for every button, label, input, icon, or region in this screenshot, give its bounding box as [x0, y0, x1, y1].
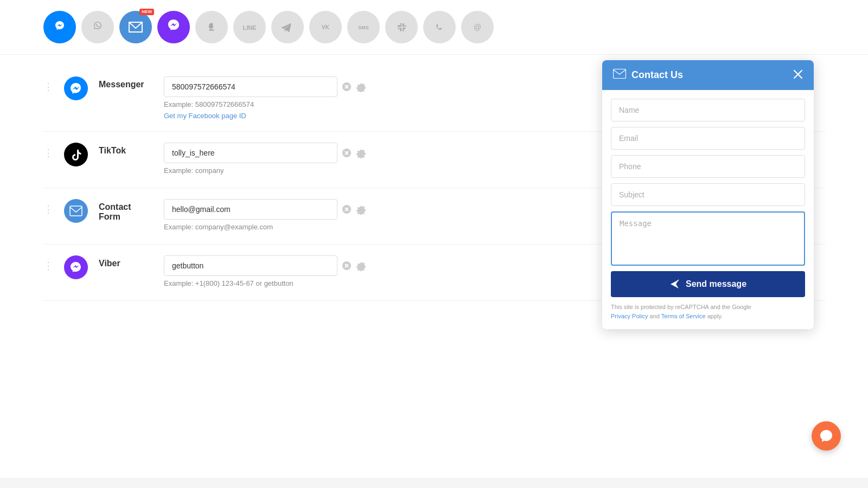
- messenger-icon: [52, 18, 67, 36]
- messenger-settings-button[interactable]: [356, 81, 367, 92]
- and-text: and: [650, 313, 660, 319]
- drag-handle-viber[interactable]: ⋮: [43, 255, 53, 272]
- channel-icon-line[interactable]: LINE: [233, 11, 266, 43]
- channel-icon-viber[interactable]: [157, 11, 190, 43]
- channel-icon-vk[interactable]: VK: [309, 11, 342, 43]
- panel-message-textarea[interactable]: [611, 211, 805, 266]
- viber-settings-button[interactable]: [356, 260, 367, 271]
- terms-of-service-link[interactable]: Terms of Service: [661, 313, 706, 319]
- top-channel-bar: NEW LINE VK: [0, 0, 868, 55]
- main-content: ⋮ Messenger: [0, 55, 868, 478]
- svg-text:@: @: [474, 23, 481, 31]
- svg-text:SMS: SMS: [358, 25, 369, 30]
- panel-name-input[interactable]: [611, 99, 805, 121]
- viber-icon: [167, 18, 181, 36]
- channel-icon-snapchat[interactable]: [195, 11, 228, 43]
- channel-icon-email-at[interactable]: @: [461, 11, 494, 43]
- floating-chat-button[interactable]: [812, 421, 841, 451]
- panel-subject-input[interactable]: [611, 183, 805, 206]
- panel-phone-input[interactable]: [611, 155, 805, 178]
- channel-icon-slack[interactable]: [385, 11, 418, 43]
- panel-email-input[interactable]: [611, 127, 805, 150]
- row-icon-tiktok: [64, 143, 88, 166]
- contact-us-panel: Contact Us Send message This: [602, 60, 814, 329]
- svg-point-0: [52, 18, 67, 33]
- svg-text:VK: VK: [322, 24, 330, 30]
- svg-point-11: [394, 20, 409, 35]
- new-badge: NEW: [139, 9, 154, 15]
- contact-form-settings-button[interactable]: [356, 204, 367, 215]
- row-icon-contact-form: [64, 199, 88, 223]
- messenger-label: Messenger: [99, 80, 153, 89]
- messenger-input[interactable]: [164, 76, 337, 97]
- drag-handle-contact-form[interactable]: ⋮: [43, 199, 53, 215]
- channel-icon-messenger[interactable]: [43, 11, 76, 43]
- recaptcha-text: This site is protected by reCAPTCHA and …: [611, 304, 751, 310]
- channel-icon-phone[interactable]: [423, 11, 456, 43]
- contact-form-label: Contact Form: [99, 202, 153, 222]
- contact-form-input[interactable]: [164, 199, 337, 220]
- svg-text:LINE: LINE: [242, 24, 256, 31]
- recaptcha-notice: This site is protected by reCAPTCHA and …: [611, 303, 805, 320]
- send-message-button[interactable]: Send message: [611, 271, 805, 297]
- messenger-clear-button[interactable]: [342, 82, 352, 92]
- drag-handle-tiktok[interactable]: ⋮: [43, 143, 53, 159]
- channel-icon-email[interactable]: NEW: [119, 11, 152, 43]
- privacy-policy-link[interactable]: Privacy Policy: [611, 313, 648, 319]
- channel-icon-telegram[interactable]: [271, 11, 304, 43]
- send-button-label: Send message: [686, 279, 746, 289]
- row-icon-viber: [64, 255, 88, 279]
- channel-icon-sms[interactable]: SMS: [347, 11, 380, 43]
- channel-icon-whatsapp[interactable]: [81, 11, 114, 43]
- messenger-facebook-link[interactable]: Get my Facebook page ID: [164, 112, 246, 120]
- svg-rect-17: [70, 206, 82, 216]
- viber-label: Viber: [99, 259, 153, 268]
- panel-title: Contact Us: [631, 69, 683, 81]
- svg-point-1: [90, 18, 105, 33]
- tiktok-clear-button[interactable]: [342, 148, 352, 158]
- panel-header-left: Contact Us: [613, 69, 683, 81]
- contact-form-clear-button[interactable]: [342, 204, 352, 214]
- viber-clear-button[interactable]: [342, 261, 352, 271]
- tiktok-label: TikTok: [99, 146, 153, 156]
- svg-point-12: [432, 20, 447, 35]
- whatsapp-icon: [90, 18, 105, 37]
- row-icon-messenger: [64, 76, 88, 100]
- panel-body: Send message This site is protected by r…: [602, 90, 814, 329]
- panel-close-button[interactable]: [793, 69, 803, 81]
- viber-input[interactable]: [164, 255, 337, 276]
- tiktok-input[interactable]: [164, 143, 337, 163]
- panel-email-icon: [613, 69, 626, 81]
- svg-rect-20: [614, 69, 626, 79]
- tiktok-settings-button[interactable]: [356, 147, 367, 158]
- apply-text: apply.: [707, 313, 723, 319]
- drag-handle-messenger[interactable]: ⋮: [43, 76, 53, 93]
- panel-header: Contact Us: [602, 60, 814, 90]
